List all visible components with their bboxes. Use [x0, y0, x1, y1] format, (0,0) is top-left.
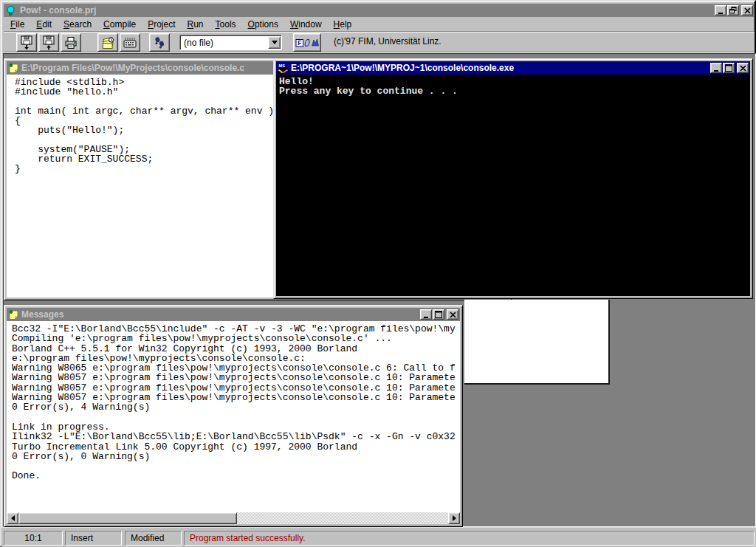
messages-window: Messages Bcc32 -I"E:\Borland\Bcc55\inclu…: [4, 305, 463, 527]
svg-text:F: F: [298, 39, 301, 47]
menu-tools[interactable]: Tools: [210, 18, 242, 30]
modified-indicator: Modified: [125, 531, 182, 546]
message-line: Warning W8057 e:\program files\pow!\mypr…: [12, 373, 460, 382]
menu-edit[interactable]: Edit: [30, 18, 58, 30]
messages-caption-buttons: [420, 309, 458, 320]
svg-text:MS: MS: [279, 63, 286, 67]
console-close-button[interactable]: [737, 63, 749, 73]
messages-close-button[interactable]: [447, 309, 458, 320]
messages-note-icon: [8, 309, 19, 320]
menu-options[interactable]: Options: [242, 18, 284, 30]
footprints-icon: [152, 35, 167, 50]
menu-window[interactable]: Window: [284, 18, 328, 30]
message-line: [12, 413, 460, 422]
menu-project[interactable]: Project: [142, 18, 181, 30]
console-maximize-button[interactable]: [723, 63, 735, 73]
main-title-bar[interactable]: Pow! - console.prj: [4, 4, 755, 17]
minimize-button[interactable]: [715, 5, 726, 16]
pow-application-window: Pow! - console.prj File Edit Search Comp…: [0, 0, 756, 547]
main-window-title: Pow! - console.prj: [18, 5, 712, 16]
compile-button[interactable]: [97, 33, 118, 52]
message-line: Warning W8057 e:\program files\pow!\mypr…: [12, 393, 460, 402]
scroll-right-button[interactable]: [448, 512, 460, 524]
save-file-button[interactable]: [38, 33, 59, 52]
menu-file[interactable]: File: [4, 18, 30, 30]
floppy-down-icon: [19, 35, 34, 50]
restore-button[interactable]: [727, 5, 739, 16]
compile-stack-icon: [100, 35, 115, 50]
menu-compile[interactable]: Compile: [97, 18, 142, 30]
message-line: Bcc32 -I"E:\Borland\Bcc55\include" -c -A…: [12, 324, 460, 334]
printer-icon: [63, 35, 78, 50]
horizontal-scrollbar[interactable]: [7, 512, 460, 524]
messages-maximize-button[interactable]: [433, 309, 444, 320]
message-line: e:\program files\pow!\myprojects\console…: [12, 354, 460, 363]
cursor-position: 10:1: [4, 531, 63, 546]
scroll-left-button[interactable]: [7, 512, 18, 524]
console-window: MS E:\PROGRA~1\Pow!\MYPROJ~1\console\con…: [273, 58, 753, 299]
console-minimize-button[interactable]: [710, 63, 722, 73]
messages-minimize-button[interactable]: [420, 309, 432, 320]
console-title-bar[interactable]: MS E:\PROGRA~1\Pow!\MYPROJ~1\console\con…: [276, 61, 750, 75]
message-line: Borland C++ 5.5.1 for Win32 Copyright (c…: [12, 344, 460, 354]
build-log-area: Bcc32 -I"E:\Borland\Bcc55\include" -c -A…: [7, 321, 460, 512]
keyboard-icon: [123, 35, 137, 50]
menu-search[interactable]: Search: [58, 18, 97, 30]
console-output-line: Press any key to continue . . .: [279, 86, 750, 96]
scrollbar-thumb[interactable]: [18, 512, 237, 524]
menu-bar: File Edit Search Compile Project Run Too…: [4, 18, 755, 30]
message-line: [12, 461, 460, 471]
floppy-up-icon: [41, 35, 56, 50]
status-message: Program started successfully.: [184, 531, 755, 546]
messages-title-bar[interactable]: Messages: [7, 308, 460, 321]
about-fim-button[interactable]: F: [293, 33, 321, 52]
message-line: Compiling 'e:\program files\pow!\myproje…: [12, 334, 460, 343]
mdi-workspace: E:\Program Files\Pow!\MyProjects\console…: [3, 53, 756, 527]
toolbar: (no file) F (c)'97 FIM, Universität Linz…: [4, 31, 755, 52]
status-bar: 10:1 Insert Modified Program started suc…: [1, 527, 756, 547]
console-caption-buttons: [710, 63, 749, 73]
ms-dos-icon: MS: [278, 63, 289, 74]
fim-logo-icon: F: [295, 36, 319, 49]
empty-panel: [464, 300, 610, 385]
main-caption-buttons: [715, 5, 753, 16]
chevron-down-icon[interactable]: [268, 36, 281, 49]
print-button[interactable]: [61, 33, 81, 52]
menu-run[interactable]: Run: [182, 18, 210, 30]
message-line: 0 Error(s), 4 Warning(s): [12, 402, 460, 412]
message-line: 0 Error(s), 0 Warning(s): [12, 452, 460, 461]
pow-app-icon: [5, 5, 16, 16]
menu-help[interactable]: Help: [328, 18, 358, 30]
insert-mode-indicator: Insert: [65, 531, 122, 546]
make-button[interactable]: [120, 33, 140, 52]
run-button[interactable]: [149, 33, 170, 52]
message-line: Link in progress.: [12, 422, 460, 432]
close-button[interactable]: [741, 5, 753, 16]
message-line: Done.: [12, 471, 460, 481]
document-note-icon: [8, 63, 19, 74]
open-file-button[interactable]: [16, 33, 37, 52]
message-line: Warning W8057 e:\program files\pow!\mypr…: [12, 383, 460, 393]
copyright-text: (c)'97 FIM, Universität Linz.: [334, 32, 441, 52]
console-window-title: E:\PROGRA~1\Pow!\MYPROJ~1\console\consol…: [291, 63, 708, 73]
file-selector[interactable]: (no file): [179, 35, 282, 50]
messages-window-title: Messages: [21, 309, 418, 320]
message-line: Warning W8065 e:\program files\pow!\mypr…: [12, 363, 460, 373]
message-line: Ilink32 -L"E:\Borland\Bcc55\lib;E:\Borla…: [12, 432, 460, 441]
console-output-area[interactable]: Hello!Press any key to continue . . .: [276, 75, 750, 296]
file-selector-value: (no file): [180, 38, 268, 48]
message-line: Turbo Incremental Link 5.00 Copyright (c…: [12, 442, 460, 452]
